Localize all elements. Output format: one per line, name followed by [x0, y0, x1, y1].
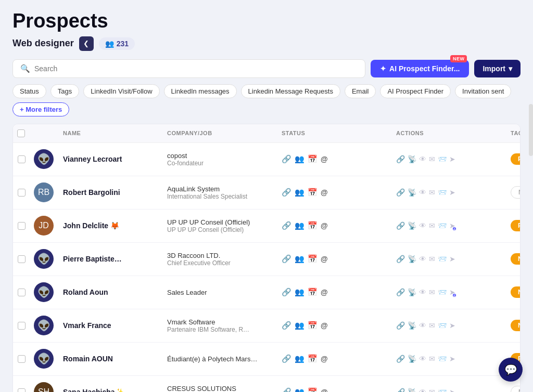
- rss-action-icon[interactable]: 📡: [408, 221, 416, 230]
- rss-action-icon[interactable]: 📡: [408, 321, 416, 330]
- rss-action-icon[interactable]: 📡: [408, 355, 416, 363]
- filter-status[interactable]: Status: [12, 84, 46, 98]
- send-action-icon[interactable]: ➤4: [449, 288, 455, 296]
- mail-action-icon[interactable]: ✉: [429, 155, 435, 163]
- inbox-action-icon[interactable]: 📨: [438, 388, 447, 392]
- link-status-icon[interactable]: 🔗: [282, 221, 291, 230]
- link-action-icon[interactable]: 🔗: [396, 388, 405, 392]
- send-action-icon[interactable]: ➤4: [449, 221, 455, 230]
- at-status-icon[interactable]: @: [321, 221, 328, 230]
- link-status-icon[interactable]: 🔗: [282, 154, 291, 164]
- eye-action-icon[interactable]: 👁: [419, 155, 426, 163]
- filter-tags[interactable]: Tags: [50, 84, 79, 98]
- at-status-icon[interactable]: @: [321, 288, 328, 296]
- ai-prospect-finder-button[interactable]: ✦ AI Prospect Finder... NEW: [371, 60, 469, 77]
- send-action-icon[interactable]: ➤: [449, 188, 455, 197]
- filter-linkedin-requests[interactable]: Linkedin Message Requests: [241, 84, 340, 98]
- eye-action-icon[interactable]: 👁: [419, 321, 426, 330]
- row-checkbox[interactable]: [18, 222, 26, 230]
- inbox-action-icon[interactable]: 📨: [438, 288, 447, 296]
- row-checkbox[interactable]: [18, 322, 26, 330]
- row-checkbox[interactable]: [18, 255, 26, 263]
- people-status-icon[interactable]: 👥: [295, 354, 304, 363]
- link-status-icon[interactable]: 🔗: [282, 354, 291, 363]
- people-status-icon[interactable]: 👥: [295, 321, 304, 330]
- calendar-status-icon[interactable]: 📅: [308, 387, 318, 392]
- row-checkbox[interactable]: [18, 289, 26, 296]
- link-status-icon[interactable]: 🔗: [282, 288, 291, 297]
- send-action-icon[interactable]: ➤: [449, 321, 455, 330]
- mail-action-icon[interactable]: ✉: [429, 188, 435, 197]
- more-filters-button[interactable]: + More filters: [12, 102, 69, 116]
- row-checkbox[interactable]: [18, 388, 26, 392]
- scrollbar[interactable]: [529, 104, 533, 156]
- rss-action-icon[interactable]: 📡: [408, 188, 416, 197]
- link-status-icon[interactable]: 🔗: [282, 321, 291, 330]
- people-status-icon[interactable]: 👥: [295, 154, 304, 164]
- select-all-checkbox[interactable]: [17, 129, 25, 137]
- filter-linkedin-messages[interactable]: LinkedIn messages: [164, 84, 237, 98]
- people-status-icon[interactable]: 👥: [295, 254, 304, 264]
- people-status-icon[interactable]: 👥: [295, 221, 304, 230]
- at-status-icon[interactable]: @: [321, 321, 328, 330]
- send-action-icon[interactable]: ➤: [449, 155, 455, 163]
- rss-action-icon[interactable]: 📡: [408, 288, 416, 296]
- mail-action-icon[interactable]: ✉: [429, 221, 435, 230]
- inbox-action-icon[interactable]: 📨: [438, 221, 447, 230]
- rss-action-icon[interactable]: 📡: [408, 255, 416, 263]
- inbox-action-icon[interactable]: 📨: [438, 355, 447, 363]
- link-action-icon[interactable]: 🔗: [396, 155, 405, 163]
- eye-action-icon[interactable]: 👁: [419, 188, 426, 197]
- eye-action-icon[interactable]: 👁: [419, 288, 426, 296]
- at-status-icon[interactable]: @: [321, 355, 328, 363]
- link-action-icon[interactable]: 🔗: [396, 288, 405, 296]
- filter-invitation[interactable]: Invitation sent: [455, 84, 511, 98]
- link-action-icon[interactable]: 🔗: [396, 221, 405, 230]
- calendar-status-icon[interactable]: 📅: [308, 254, 318, 264]
- rss-action-icon[interactable]: 📡: [408, 155, 416, 163]
- mail-action-icon[interactable]: ✉: [429, 388, 435, 392]
- search-input[interactable]: [34, 64, 358, 73]
- at-status-icon[interactable]: @: [321, 255, 328, 263]
- rss-action-icon[interactable]: 📡: [408, 388, 416, 392]
- calendar-status-icon[interactable]: 📅: [308, 154, 318, 164]
- filter-ai-prospect[interactable]: AI Prospect Finder: [380, 84, 451, 98]
- eye-action-icon[interactable]: 👁: [419, 388, 426, 392]
- link-action-icon[interactable]: 🔗: [396, 321, 405, 330]
- inbox-action-icon[interactable]: 📨: [438, 155, 447, 163]
- at-status-icon[interactable]: @: [321, 155, 328, 163]
- filter-linkedin-visit[interactable]: LinkedIn Visit/Follow: [83, 84, 159, 98]
- link-action-icon[interactable]: 🔗: [396, 355, 405, 363]
- inbox-action-icon[interactable]: 📨: [438, 255, 447, 263]
- calendar-status-icon[interactable]: 📅: [308, 288, 318, 297]
- calendar-status-icon[interactable]: 📅: [308, 321, 318, 330]
- calendar-status-icon[interactable]: 📅: [308, 221, 318, 230]
- people-status-icon[interactable]: 👥: [295, 387, 304, 392]
- filter-email[interactable]: Email: [345, 84, 376, 98]
- chevron-button[interactable]: ❮: [79, 36, 94, 51]
- eye-action-icon[interactable]: 👁: [419, 221, 426, 230]
- people-status-icon[interactable]: 👥: [295, 188, 304, 197]
- calendar-status-icon[interactable]: 📅: [308, 188, 318, 197]
- eye-action-icon[interactable]: 👁: [419, 355, 426, 363]
- send-action-icon[interactable]: ➤: [449, 355, 455, 363]
- row-checkbox[interactable]: [18, 189, 26, 197]
- people-status-icon[interactable]: 👥: [295, 288, 304, 297]
- link-status-icon[interactable]: 🔗: [282, 254, 291, 264]
- inbox-action-icon[interactable]: 📨: [438, 188, 447, 197]
- at-status-icon[interactable]: @: [321, 388, 328, 392]
- row-checkbox[interactable]: [18, 155, 26, 163]
- calendar-status-icon[interactable]: 📅: [308, 354, 318, 363]
- row-checkbox[interactable]: [18, 355, 26, 363]
- link-action-icon[interactable]: 🔗: [396, 255, 405, 263]
- at-status-icon[interactable]: @: [321, 188, 328, 197]
- mail-action-icon[interactable]: ✉: [429, 288, 435, 296]
- eye-action-icon[interactable]: 👁: [419, 255, 426, 263]
- link-status-icon[interactable]: 🔗: [282, 387, 291, 392]
- send-action-icon[interactable]: ➤: [449, 255, 455, 263]
- inbox-action-icon[interactable]: 📨: [438, 321, 447, 330]
- link-action-icon[interactable]: 🔗: [396, 188, 405, 197]
- import-button[interactable]: Import ▾: [474, 60, 521, 77]
- chat-button[interactable]: 💬: [499, 358, 523, 382]
- mail-action-icon[interactable]: ✉: [429, 255, 435, 263]
